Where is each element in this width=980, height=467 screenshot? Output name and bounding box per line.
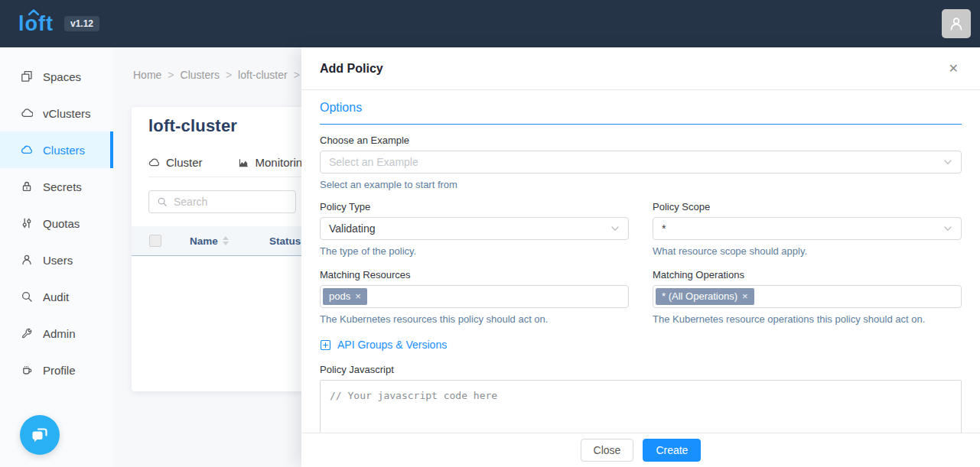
- column-header-name[interactable]: Name: [190, 235, 229, 247]
- tab-cluster[interactable]: Cluster: [148, 156, 203, 169]
- matching-operations-help: The Kubernetes resource operations this …: [653, 313, 962, 325]
- close-icon[interactable]: ✕: [946, 60, 962, 78]
- close-button[interactable]: Close: [581, 439, 634, 462]
- example-help-text: Select an example to start from: [320, 179, 962, 190]
- example-select[interactable]: Select an Example: [320, 151, 962, 174]
- drawer-header: Add Policy ✕: [301, 47, 980, 90]
- policy-scope-label: Policy Scope: [653, 201, 962, 212]
- resource-tag: pods ×: [323, 288, 367, 305]
- create-button[interactable]: Create: [643, 439, 701, 462]
- plus-square-icon: [320, 339, 331, 351]
- operation-tag: * (All Operations) ×: [656, 288, 754, 305]
- cloud-icon: [21, 144, 33, 156]
- resource-tag-label: pods: [329, 290, 350, 303]
- sidebar-item-label: Users: [43, 254, 73, 267]
- sort-icon: [223, 236, 229, 245]
- policy-scope-select[interactable]: *: [653, 217, 962, 240]
- matching-row: Matching Resources pods × The Kubernetes…: [320, 269, 962, 325]
- select-all-checkbox[interactable]: [149, 235, 161, 247]
- policy-type-select[interactable]: Validating: [320, 217, 629, 240]
- matching-resources-input[interactable]: pods ×: [320, 285, 629, 308]
- magnifier-icon: [21, 290, 33, 303]
- column-label: Name: [190, 235, 218, 247]
- policy-type-label: Policy Type: [320, 201, 629, 212]
- sidebar-item-label: Quotas: [43, 217, 80, 230]
- sidebar-item-admin[interactable]: Admin: [0, 315, 113, 352]
- matching-resources-field: Matching Resources pods × The Kubernetes…: [320, 269, 629, 325]
- loft-logo-text: loft: [18, 12, 54, 35]
- drawer-title: Add Policy: [320, 62, 383, 76]
- policy-javascript-label: Policy Javascript: [320, 364, 962, 375]
- mug-icon: [21, 364, 33, 376]
- chevron-down-icon: [943, 224, 952, 233]
- api-groups-versions-link[interactable]: API Groups & Versions: [320, 339, 447, 351]
- sidebar-item-audit[interactable]: Audit: [0, 278, 113, 315]
- search-box[interactable]: [148, 190, 296, 213]
- example-field-label: Choose an Example: [320, 135, 962, 146]
- sidebar-item-clusters[interactable]: Clusters: [0, 131, 113, 168]
- vcluster-icon: [21, 107, 33, 119]
- breadcrumb-loft-cluster[interactable]: loft-cluster: [238, 69, 288, 81]
- sidebar: Spaces vClusters Clusters Secrets Quotas…: [0, 47, 113, 467]
- sliders-icon: [21, 217, 33, 229]
- sidebar-item-vclusters[interactable]: vClusters: [0, 95, 113, 131]
- search-icon: [157, 196, 168, 207]
- version-badge: v1.12: [64, 16, 99, 31]
- tag-remove-icon[interactable]: ×: [355, 290, 361, 303]
- chat-icon: [29, 424, 50, 446]
- policy-type-field: Policy Type Validating The type of the p…: [320, 201, 629, 257]
- tab-monitoring[interactable]: Monitoring: [238, 156, 309, 169]
- sidebar-item-label: Audit: [43, 290, 69, 303]
- column-header-status: Status: [269, 235, 301, 247]
- matching-operations-field: Matching Operations * (All Operations) ×…: [653, 269, 962, 325]
- chart-icon: [238, 157, 249, 168]
- breadcrumb-separator: >: [294, 69, 300, 81]
- breadcrumb-home[interactable]: Home: [133, 69, 161, 81]
- matching-resources-help: The Kubernetes resources this policy sho…: [320, 313, 629, 325]
- sidebar-item-secrets[interactable]: Secrets: [0, 168, 113, 205]
- policy-javascript-editor[interactable]: // Your javascript code here: [320, 380, 962, 433]
- chat-widget-button[interactable]: [20, 415, 60, 455]
- sidebar-item-label: Admin: [43, 327, 76, 340]
- cloud-icon: [148, 157, 160, 168]
- chevron-down-icon: [943, 157, 952, 167]
- user-icon: [948, 15, 965, 32]
- matching-operations-input[interactable]: * (All Operations) ×: [653, 285, 962, 308]
- drawer-body: Options Choose an Example Select an Exam…: [301, 90, 980, 433]
- policy-scope-field: Policy Scope * What resource scope shoul…: [653, 201, 962, 257]
- options-section-title: Options: [320, 101, 962, 125]
- sidebar-item-label: Profile: [43, 364, 76, 377]
- drawer-footer: Close Create: [301, 433, 980, 467]
- loft-logo[interactable]: loft: [18, 14, 54, 34]
- loft-logo-roof-icon: [28, 9, 39, 15]
- example-select-placeholder: Select an Example: [329, 156, 418, 168]
- user-avatar[interactable]: [942, 9, 971, 38]
- add-policy-drawer: Add Policy ✕ Options Choose an Example S…: [301, 47, 980, 467]
- user-icon: [21, 254, 33, 266]
- code-placeholder: // Your javascript code here: [330, 390, 497, 401]
- api-groups-versions-label: API Groups & Versions: [337, 339, 447, 351]
- policy-type-help: The type of the policy.: [320, 245, 629, 257]
- breadcrumb-separator: >: [168, 69, 174, 81]
- tab-label: Cluster: [166, 156, 203, 169]
- policy-scope-help: What resource scope should apply.: [653, 245, 962, 257]
- matching-operations-label: Matching Operations: [653, 269, 962, 281]
- sidebar-item-users[interactable]: Users: [0, 242, 113, 278]
- policy-type-value: Validating: [329, 222, 375, 235]
- breadcrumb: Home > Clusters > loft-cluster > P: [133, 69, 313, 81]
- top-bar: loft v1.12: [0, 0, 980, 47]
- breadcrumb-clusters[interactable]: Clusters: [181, 69, 220, 81]
- sidebar-item-spaces[interactable]: Spaces: [0, 58, 113, 95]
- sidebar-item-profile[interactable]: Profile: [0, 352, 113, 388]
- breadcrumb-separator: >: [226, 69, 232, 81]
- spaces-icon: [21, 70, 33, 83]
- tag-remove-icon[interactable]: ×: [742, 290, 748, 303]
- sidebar-item-label: Spaces: [43, 70, 81, 83]
- search-input[interactable]: [174, 196, 288, 208]
- sidebar-item-label: vClusters: [43, 107, 91, 120]
- matching-resources-label: Matching Resources: [320, 269, 629, 281]
- policy-type-scope-row: Policy Type Validating The type of the p…: [320, 201, 962, 257]
- sidebar-item-quotas[interactable]: Quotas: [0, 205, 113, 242]
- sidebar-item-label: Secrets: [43, 180, 82, 193]
- policy-scope-value: *: [662, 222, 666, 235]
